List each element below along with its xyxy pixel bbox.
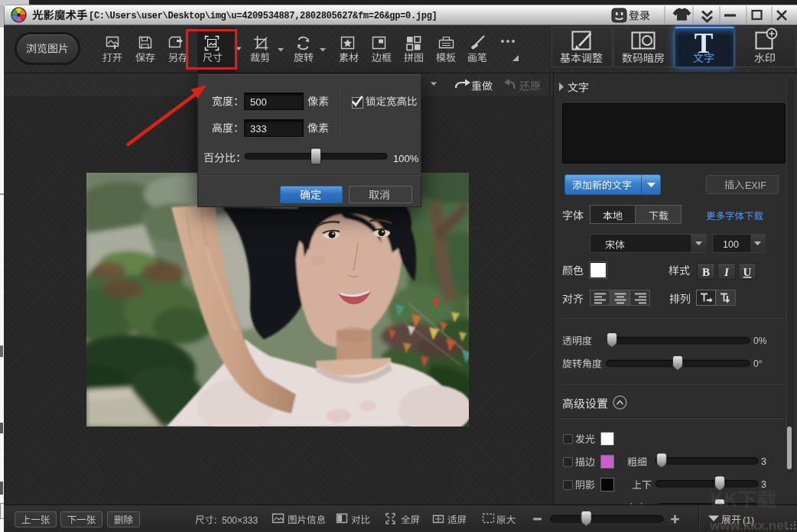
svg-text:0%: 0% (753, 336, 767, 346)
svg-text:3: 3 (761, 479, 766, 490)
svg-text:EXIF: EXIF (745, 180, 766, 191)
svg-text:500: 500 (250, 96, 267, 108)
svg-text:I: I (724, 266, 730, 278)
svg-text:500×333: 500×333 (222, 515, 258, 526)
svg-text:100: 100 (723, 239, 739, 250)
svg-text:www.kkx.net: www.kkx.net (709, 518, 789, 532)
svg-text:333: 333 (250, 123, 267, 135)
svg-text:100%: 100% (393, 153, 419, 164)
svg-text:U: U (743, 266, 752, 278)
svg-text:[C:\Users\user\Desktop\img\u=4: [C:\Users\user\Desktop\img\u=4209534887,… (89, 11, 437, 21)
svg-text:3: 3 (761, 456, 766, 467)
svg-text:T: T (695, 28, 714, 59)
svg-text:B: B (702, 266, 710, 278)
svg-text:0°: 0° (753, 358, 763, 369)
